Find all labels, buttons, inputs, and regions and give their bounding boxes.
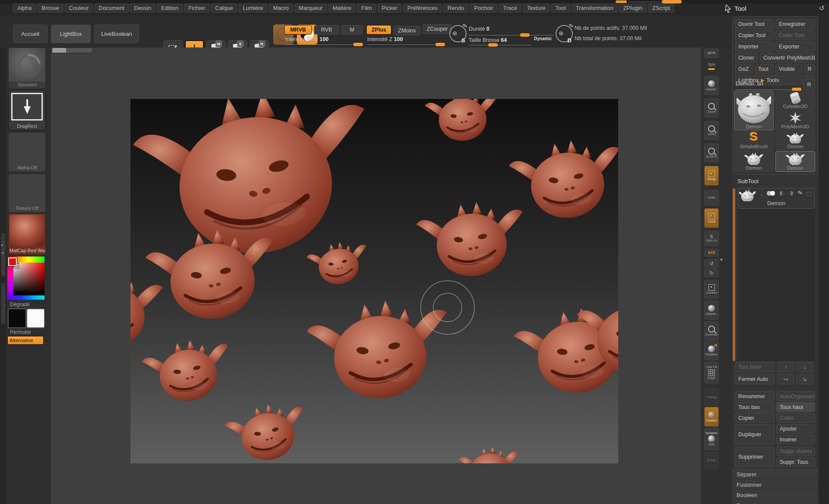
panel-divider-arrow[interactable]: ▸: [721, 257, 723, 262]
strip-actualsize-button[interactable]: 100%: [704, 121, 719, 140]
hardness-track[interactable]: [469, 35, 554, 35]
menu-matiere[interactable]: Matière: [328, 3, 356, 13]
supprimer-button[interactable]: Supprimer: [735, 447, 775, 467]
menu-tool[interactable]: Tool: [551, 3, 570, 13]
tout-lister-button[interactable]: Tout lister: [735, 362, 775, 372]
tool-thumb-demon-big[interactable]: Demon: [734, 91, 774, 130]
alpha-selector[interactable]: Alpha Off: [8, 132, 46, 172]
texture-selector[interactable]: Texture Off: [8, 174, 46, 212]
tool-thumb-cylinder3d[interactable]: Cylinder3D: [775, 91, 815, 110]
panel-reset-icon[interactable]: ↺: [819, 4, 825, 12]
stroke-dial-button[interactable]: ⊕ ✎ S: [449, 25, 467, 42]
menu-rendu[interactable]: Rendu: [443, 3, 468, 13]
fermer-auto-button[interactable]: Fermer Auto: [735, 374, 775, 384]
tout-button[interactable]: Tout: [755, 64, 774, 74]
strip-local-button[interactable]: Local: [704, 208, 719, 228]
workspace-handle-bar[interactable]: [52, 48, 92, 53]
separer-section[interactable]: Séparer: [732, 469, 818, 479]
menu-pochoir[interactable]: Pochoir: [470, 3, 497, 13]
spix-slider[interactable]: [708, 68, 715, 70]
sv-square[interactable]: [13, 263, 44, 295]
copier-subtool-button[interactable]: Copier: [735, 413, 775, 423]
alternative-button[interactable]: Alternative: [7, 336, 44, 345]
subtool-contrast-icon[interactable]: [788, 191, 793, 196]
home-button[interactable]: Accueil: [13, 25, 48, 43]
subtool-branch-button[interactable]: ↳: [796, 374, 813, 384]
lightbox-button[interactable]: LightBox: [51, 25, 91, 43]
left-scroll-texture-1[interactable]: [1, 233, 5, 276]
stroke-selector[interactable]: DragRect: [8, 90, 46, 130]
current-color-swatch[interactable]: [8, 257, 17, 266]
menu-film[interactable]: Film: [357, 3, 376, 13]
hardness-handle[interactable]: [520, 33, 530, 37]
strip-spix[interactable]: Spix: [704, 60, 719, 70]
subtool-eye-icon[interactable]: [806, 192, 812, 196]
strip-xyz-button[interactable]: XYZ: [704, 249, 719, 257]
copier-tool-button[interactable]: Copier Tool: [735, 30, 774, 40]
menu-macro[interactable]: Macro: [269, 3, 293, 13]
subtool-up-button[interactable]: ↑: [777, 362, 794, 372]
menu-dessin[interactable]: Dessin: [130, 3, 156, 13]
autoorganiser-button[interactable]: AutoOrganiser: [776, 391, 815, 401]
color-picker[interactable]: [7, 257, 44, 300]
subtool-item-row[interactable]: ⌄ ✎ Demon: [738, 188, 815, 209]
strip-symlo-button[interactable]: ⇅Sym.Lo: [704, 231, 719, 246]
tool-thumb-demon-4-selected[interactable]: Demon: [775, 151, 815, 172]
menu-picker[interactable]: Picker: [378, 3, 402, 13]
tool-thumb-demon-2[interactable]: Demon: [775, 131, 815, 150]
booleen-section[interactable]: Booléen: [732, 490, 818, 500]
fusionner-section[interactable]: Fusionner: [732, 479, 818, 490]
subtool-scrollbar[interactable]: [733, 188, 735, 361]
brushsize-track[interactable]: [469, 45, 531, 45]
convertir-polymesh3d-button[interactable]: Convertir PolyMesh3D: [760, 53, 815, 63]
strip-antialias-button[interactable]: AC50%: [704, 143, 719, 162]
tool-thumb-demon-3[interactable]: Demon: [734, 151, 774, 172]
coller-subtool-button[interactable]: Coller: [776, 413, 815, 423]
subtool-visibility-icon[interactable]: [767, 191, 775, 196]
menu-trace[interactable]: Tracé: [499, 3, 521, 13]
coller-tool-button[interactable]: Coller Tool: [775, 30, 815, 40]
tool-thumb-simplebrush[interactable]: S SimpleBrush: [734, 131, 774, 150]
subtool-redo-button[interactable]: ↪: [777, 374, 794, 384]
z-intensity-track[interactable]: [367, 44, 444, 45]
menu-couleur[interactable]: Couleur: [65, 3, 93, 13]
zmoins-button[interactable]: ZMoins: [394, 26, 420, 35]
menu-zscript[interactable]: ZScript: [648, 3, 674, 13]
menu-preferences[interactable]: Préférences: [403, 3, 442, 13]
rgb-intensity-handle[interactable]: [353, 43, 363, 46]
subtool-down-button[interactable]: ↓: [796, 362, 813, 372]
strip-solo-button[interactable]: DynamicSolo: [704, 428, 719, 450]
swap-colors-button[interactable]: Permuter: [10, 329, 31, 335]
remesher-section[interactable]: Remesher: [732, 500, 818, 504]
m-button[interactable]: M: [341, 25, 363, 35]
menu-alpha[interactable]: Alpha: [13, 3, 36, 13]
hue-bar-left[interactable]: [7, 263, 13, 295]
subtool-header[interactable]: SubTool: [737, 178, 759, 184]
strip-grille-button[interactable]: Grille: [704, 190, 719, 206]
menu-zplugin[interactable]: ZPlugin: [619, 3, 647, 13]
strip-persp-button[interactable]: Persp: [704, 166, 719, 186]
strip-fantome-button[interactable]: Fantôm: [704, 407, 719, 427]
subtool-paint-icon[interactable]: ✎: [797, 189, 803, 197]
goz-r-button[interactable]: R: [804, 64, 815, 74]
subtool-flag-icon[interactable]: ⌄: [760, 192, 763, 197]
exporter-button[interactable]: Exporter: [775, 41, 815, 51]
liveboolean-button[interactable]: LiveBoolean: [94, 25, 139, 43]
visible-button[interactable]: Visible: [775, 64, 802, 74]
tool-thumb-polymesh3d[interactable]: PolyMesh3D: [775, 111, 815, 130]
strip-eclater-button[interactable]: Eclate: [704, 452, 719, 469]
strip-rotcw-button[interactable]: ↻: [704, 269, 719, 277]
renommer-button[interactable]: Renommer: [735, 391, 775, 401]
inserer-button[interactable]: Insérer: [776, 435, 815, 444]
suppr-autres-button[interactable]: Suppr. Autres: [776, 447, 815, 456]
zplus-button[interactable]: ZPlus: [366, 25, 391, 35]
strip-rotation3d-button[interactable]: RRotation: [704, 341, 719, 360]
importer-button[interactable]: Importer: [735, 41, 774, 51]
cloner-button[interactable]: Cloner: [735, 53, 758, 63]
left-scroll-texture-2[interactable]: [1, 283, 5, 324]
strip-zoom-button[interactable]: Zoom: [704, 98, 719, 117]
mrvb-button[interactable]: MRVB: [284, 25, 312, 35]
menu-transformation[interactable]: Transformation: [572, 3, 618, 13]
tool-slider-r-button[interactable]: R: [803, 79, 815, 90]
strip-centrer-button[interactable]: Centrer: [704, 280, 719, 299]
